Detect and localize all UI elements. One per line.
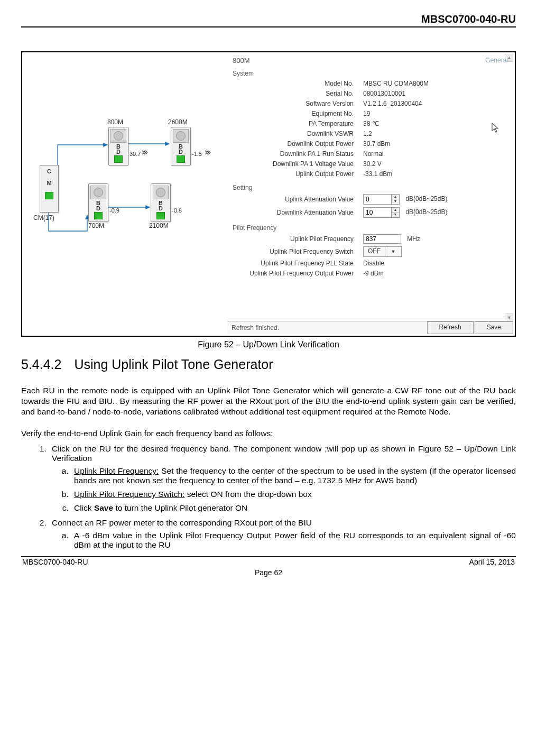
k: Uplink Pilot Frequency Output Power — [233, 268, 361, 278]
k: Downlink Attenuation Value — [233, 206, 361, 219]
system-section-header: System — [233, 70, 508, 77]
k: Downlink Output Power — [233, 139, 361, 149]
led-icon — [114, 155, 123, 163]
unit: dB(0dB~25dB) — [405, 195, 447, 202]
uplink-pilot-freq-input[interactable] — [363, 234, 401, 244]
v: 30.7 dBm — [361, 139, 508, 149]
k: Uplink Attenuation Value — [233, 192, 361, 206]
module-2600m[interactable]: BD — [171, 127, 191, 165]
bd-label: BD — [171, 143, 190, 154]
module-label-2100m: 2100M — [149, 222, 169, 229]
step-1c-pre: Click — [74, 503, 94, 512]
spin-down-icon[interactable]: ▼ — [392, 199, 399, 204]
list-item: Click Save to turn the Uplink Pilot gene… — [71, 503, 516, 513]
sub-list: A -6 dBm value in the Uplink Pilot Frequ… — [52, 531, 516, 550]
module-800m[interactable]: BD — [108, 127, 128, 165]
module-700m[interactable]: BD — [88, 183, 108, 222]
v: MBSC RU CDMA800M — [361, 78, 508, 88]
step-1c-bold: Save — [94, 503, 113, 512]
list-item: Uplink Pilot Frequency: Set the frequenc… — [71, 466, 516, 485]
v: -33.1 dBm — [361, 169, 508, 179]
cm-label-m: M — [40, 177, 58, 189]
footer-page: Page 62 — [21, 568, 516, 582]
properties-pane: ▲ ▼ 800M General System Model No.MBSC RU… — [227, 54, 513, 334]
header-rule — [21, 26, 516, 27]
paragraph-1: Each RU in the remote node is equipped w… — [21, 385, 516, 417]
k: Downlink PA 1 Run Status — [233, 149, 361, 159]
chevron-down-icon[interactable]: ▼ — [385, 247, 401, 256]
step-1c-post: to turn the Uplink Pilot generator ON — [113, 503, 247, 512]
k: Serial No. — [233, 88, 361, 98]
figure-caption: Figure 52 – Up/Down Link Verification — [21, 340, 516, 349]
diagram-pane: C M CM(17) 800M BD 30.7 ››› 2600M — [24, 54, 227, 334]
fan-icon — [110, 129, 126, 143]
val-2100m: -0.8 — [172, 207, 182, 214]
bd-label: BD — [151, 200, 170, 211]
spin-up-icon[interactable]: ▲ — [392, 195, 399, 200]
cm-led — [45, 192, 53, 199]
list-item: Uplink Pilot Frequency Switch: select ON… — [71, 490, 516, 499]
setting-table: Uplink Attenuation Value ▲▼ dB(0dB~25dB)… — [233, 192, 508, 219]
cursor-icon — [492, 123, 500, 136]
val-800m: 30.7 — [129, 151, 141, 157]
module-2100m[interactable]: BD — [151, 183, 171, 222]
cm-module: C M — [40, 165, 59, 213]
uplink-pilot-switch-combo[interactable]: OFF ▼ — [363, 246, 402, 257]
k: PA Temperature — [233, 118, 361, 128]
k: Equipment No. — [233, 108, 361, 118]
step-1b-label: Uplink Pilot Frequency Switch: — [74, 490, 184, 499]
pilot-table: Uplink Pilot Frequency MHz Uplink Pilot … — [233, 233, 508, 278]
uplink-atten-input[interactable] — [364, 195, 391, 204]
bd-label: BD — [89, 200, 108, 211]
val-700m: -0.9 — [109, 207, 119, 214]
cm-label-c: C — [40, 165, 58, 177]
module-label-800m: 800M — [107, 118, 123, 126]
status-bar: Refresh finished. Refresh Save — [227, 321, 513, 334]
section-title: Using Uplink Pilot Tone Generator — [74, 357, 273, 372]
bd-label: BD — [109, 143, 128, 154]
fan-icon — [90, 186, 106, 199]
fan-icon — [153, 186, 169, 199]
cm-caption: CM(17) — [33, 214, 54, 222]
uplink-atten-spinbox[interactable]: ▲▼ — [363, 194, 400, 205]
step-1b-text: select ON from the drop-down box — [184, 490, 311, 499]
save-button[interactable]: Save — [475, 321, 513, 334]
scroll-down-icon[interactable]: ▼ — [505, 314, 513, 321]
refresh-button[interactable]: Refresh — [427, 321, 474, 334]
list-item: Connect an RF power meter to the corresp… — [49, 518, 516, 550]
led-icon — [156, 212, 165, 219]
main-list: Click on the RU for the desired frequenc… — [21, 444, 516, 550]
app-screenshot: C M CM(17) 800M BD 30.7 ››› 2600M — [24, 54, 513, 334]
signal-icon: ››› — [205, 146, 209, 158]
combo-value: OFF — [364, 247, 385, 256]
k: Downlink PA 1 Voltage Value — [233, 159, 361, 169]
v: Normal — [361, 149, 508, 159]
spin-down-icon[interactable]: ▼ — [392, 213, 399, 217]
module-label-700m: 700M — [88, 222, 104, 229]
step-2-text: Connect an RF power meter to the corresp… — [52, 518, 312, 527]
k: Uplink Pilot Frequency PLL State — [233, 258, 361, 268]
footer-right: April 15, 2013 — [469, 558, 515, 566]
k: Model No. — [233, 78, 361, 88]
k: Uplink Pilot Frequency Switch — [233, 245, 361, 258]
signal-icon: ››› — [142, 146, 146, 158]
v: 38 ℃ — [361, 118, 508, 128]
k: Software Version — [233, 98, 361, 108]
step-1-text: Click on the RU for the desired frequenc… — [52, 444, 516, 463]
footer-left: MBSC0700-040-RU — [22, 558, 88, 566]
status-text: Refresh finished. — [232, 324, 279, 331]
downlink-atten-spinbox[interactable]: ▲▼ — [363, 207, 400, 218]
v: -9 dBm — [361, 268, 508, 278]
doc-header-id: MBSC0700-040-RU — [21, 13, 516, 26]
section-number: 5.4.4.2 — [21, 357, 61, 372]
fan-icon — [173, 129, 189, 143]
v: 19 — [361, 108, 508, 118]
tab-title: 800M — [233, 57, 508, 64]
setting-section-header: Setting — [233, 184, 508, 191]
downlink-atten-input[interactable] — [364, 208, 391, 217]
k: Uplink Output Power — [233, 169, 361, 179]
v: 30.2 V — [361, 159, 508, 169]
spin-up-icon[interactable]: ▲ — [392, 208, 399, 213]
general-link[interactable]: General — [485, 57, 508, 64]
pilot-section-header: Pilot Frequency — [233, 224, 508, 232]
